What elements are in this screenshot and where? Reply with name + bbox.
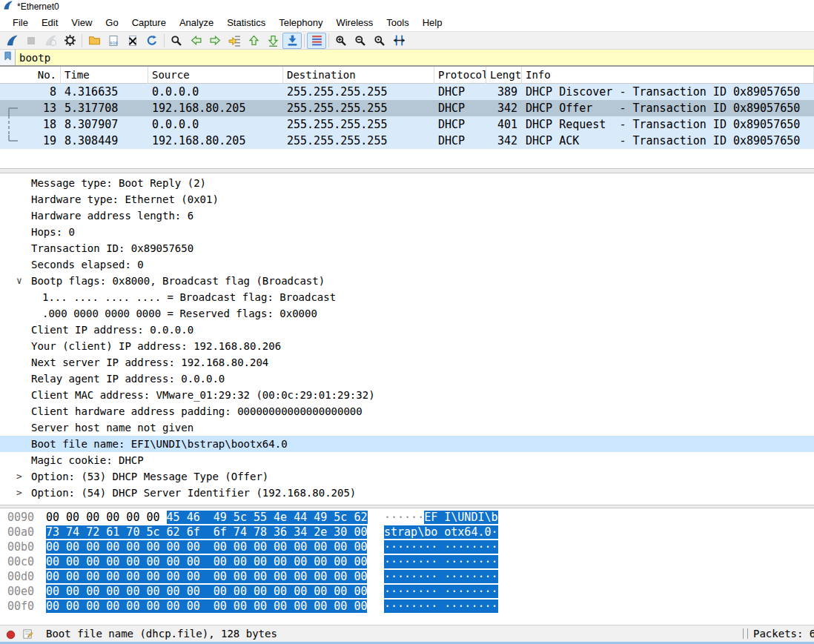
hex-row-00b0[interactable]: 00b000 00 00 00 00 00 00 00 00 00 00 00 … bbox=[0, 540, 814, 554]
hex-bytes[interactable]: 00 00 00 00 00 00 00 00 00 00 00 00 00 0… bbox=[46, 599, 367, 614]
go-last-packet-button[interactable] bbox=[263, 33, 282, 49]
cell-dst: 255.255.255.255 bbox=[283, 84, 434, 100]
menu-wireless[interactable]: Wireless bbox=[329, 15, 380, 30]
go-forward-button[interactable] bbox=[205, 33, 225, 49]
detail-line[interactable]: >Option: (53) DHCP Message Type (Offer) bbox=[0, 468, 814, 485]
hex-row-00f0[interactable]: 00f000 00 00 00 00 00 00 00 00 00 00 00 … bbox=[0, 599, 814, 614]
hex-row-00a0[interactable]: 00a073 74 72 61 70 5c 62 6f 6f 74 78 36 … bbox=[0, 525, 814, 540]
detail-line[interactable]: Transaction ID: 0x89057650 bbox=[0, 240, 814, 256]
hex-bytes[interactable]: 00 00 00 00 00 00 00 00 00 00 00 00 00 0… bbox=[46, 569, 367, 584]
restart-capture-button[interactable] bbox=[41, 33, 60, 49]
zoom-reset-button[interactable] bbox=[370, 33, 389, 49]
detail-line[interactable]: Magic cookie: DHCP bbox=[0, 452, 814, 468]
menu-view[interactable]: View bbox=[64, 15, 99, 30]
detail-line[interactable]: Next server IP address: 192.168.80.204 bbox=[0, 354, 814, 371]
capture-comment-icon[interactable] bbox=[22, 628, 33, 643]
go-first-packet-button[interactable] bbox=[244, 33, 263, 49]
expander-open-icon[interactable]: ∨ bbox=[16, 273, 27, 289]
detail-line[interactable]: Client hardware address padding: 0000000… bbox=[0, 403, 814, 419]
resize-columns-button[interactable] bbox=[389, 33, 408, 49]
menu-analyze[interactable]: Analyze bbox=[173, 15, 220, 30]
menu-capture[interactable]: Capture bbox=[125, 15, 173, 30]
detail-line[interactable]: Boot file name: EFI\UNDI\bstrap\bootx64.… bbox=[0, 436, 814, 452]
stop-capture-button[interactable] bbox=[21, 33, 41, 49]
reload-file-button[interactable] bbox=[142, 33, 162, 49]
hex-bytes[interactable]: 00 00 00 00 00 00 00 00 00 00 00 00 00 0… bbox=[46, 554, 367, 569]
menu-tools[interactable]: Tools bbox=[380, 15, 415, 30]
hex-row-00e0[interactable]: 00e000 00 00 00 00 00 00 00 00 00 00 00 … bbox=[0, 584, 814, 599]
start-capture-button[interactable] bbox=[2, 33, 21, 49]
detail-line[interactable]: Server host name not given bbox=[0, 419, 814, 436]
menu-file[interactable]: File bbox=[6, 15, 35, 30]
zoom-in-button[interactable] bbox=[331, 33, 351, 49]
hex-row-0090[interactable]: 009000 00 00 00 00 00 45 46 49 5c 55 4e … bbox=[0, 510, 814, 525]
detail-line[interactable]: >Option: (54) DHCP Server Identifier (19… bbox=[0, 485, 814, 501]
colorize-packets-button[interactable] bbox=[307, 33, 326, 49]
packet-row-8[interactable]: 84.3166350.0.0.0255.255.255.255DHCP389DH… bbox=[0, 84, 814, 100]
save-file-button[interactable]: 010 bbox=[104, 33, 123, 49]
hex-ascii[interactable]: ········ ········ bbox=[384, 569, 498, 584]
detail-line[interactable]: Client MAC address: VMware_01:29:32 (00:… bbox=[0, 387, 814, 403]
hex-ascii[interactable]: ········ ········ bbox=[384, 540, 498, 554]
hex-ascii-selected: ········ ········ bbox=[384, 600, 498, 613]
detail-text: Message type: Boot Reply (2) bbox=[31, 177, 206, 189]
hex-ascii-selected: ········ ········ bbox=[384, 555, 498, 568]
column-header-protocol[interactable]: Protocol bbox=[434, 67, 486, 84]
display-filter-input[interactable]: bootp bbox=[16, 50, 814, 65]
hex-ascii[interactable]: ······EF I\UNDI\b bbox=[384, 510, 498, 525]
detail-line[interactable]: Hops: 0 bbox=[0, 224, 814, 240]
expert-info-icon[interactable] bbox=[6, 629, 16, 643]
find-packet-button[interactable] bbox=[167, 33, 186, 49]
cell-info: DHCP Request - Transaction ID 0x89057650 bbox=[522, 116, 814, 133]
menu-statistics[interactable]: Statistics bbox=[220, 15, 272, 30]
packet-row-18[interactable]: 188.3079070.0.0.0255.255.255.255DHCP401D… bbox=[0, 116, 814, 133]
menu-go[interactable]: Go bbox=[99, 15, 125, 30]
capture-options-button[interactable] bbox=[60, 33, 79, 49]
hex-row-00d0[interactable]: 00d000 00 00 00 00 00 00 00 00 00 00 00 … bbox=[0, 569, 814, 584]
detail-text: Hardware address length: 6 bbox=[31, 210, 193, 222]
detail-line[interactable]: Hardware type: Ethernet (0x01) bbox=[0, 191, 814, 208]
filter-bookmark-button[interactable] bbox=[0, 50, 16, 65]
pane-splitter[interactable] bbox=[0, 168, 814, 173]
hex-ascii[interactable]: ········ ········ bbox=[384, 554, 498, 569]
column-header-length[interactable]: Length bbox=[486, 67, 522, 84]
hex-bytes[interactable]: 00 00 00 00 00 00 45 46 49 5c 55 4e 44 4… bbox=[46, 510, 368, 525]
hex-row-00c0[interactable]: 00c000 00 00 00 00 00 00 00 00 00 00 00 … bbox=[0, 554, 814, 569]
column-header-time[interactable]: Time bbox=[61, 67, 148, 84]
detail-line[interactable]: Your (client) IP address: 192.168.80.206 bbox=[0, 338, 814, 354]
column-header-source[interactable]: Source bbox=[148, 67, 283, 84]
expander-closed-icon[interactable]: > bbox=[16, 485, 27, 501]
detail-line[interactable]: Message type: Boot Reply (2) bbox=[0, 175, 814, 191]
hex-bytes[interactable]: 73 74 72 61 70 5c 62 6f 6f 74 78 36 34 2… bbox=[46, 525, 367, 540]
column-header-info[interactable]: Info bbox=[522, 67, 814, 84]
menu-telephony[interactable]: Telephony bbox=[272, 15, 329, 30]
hex-bytes[interactable]: 00 00 00 00 00 00 00 00 00 00 00 00 00 0… bbox=[46, 584, 367, 599]
zoom-out-button[interactable] bbox=[351, 33, 370, 49]
hex-bytes[interactable]: 00 00 00 00 00 00 00 00 00 00 00 00 00 0… bbox=[46, 540, 367, 554]
detail-line[interactable]: ∨Bootp flags: 0x8000, Broadcast flag (Br… bbox=[0, 273, 814, 289]
detail-line[interactable]: Relay agent IP address: 0.0.0.0 bbox=[0, 371, 814, 387]
column-header-no[interactable]: No. bbox=[0, 67, 61, 84]
statusbar-grip[interactable] bbox=[743, 628, 748, 639]
expander-closed-icon[interactable]: > bbox=[16, 468, 27, 485]
hex-ascii[interactable]: ········ ········ bbox=[384, 599, 498, 614]
column-header-destination[interactable]: Destination bbox=[283, 67, 434, 84]
packet-row-13[interactable]: 135.317708192.168.80.205255.255.255.255D… bbox=[0, 100, 814, 116]
cell-no: 18 bbox=[0, 116, 61, 133]
menu-help[interactable]: Help bbox=[416, 15, 449, 30]
menu-edit[interactable]: Edit bbox=[35, 15, 64, 30]
cell-src: 0.0.0.0 bbox=[148, 84, 283, 100]
hex-ascii[interactable]: strap\bo otx64.0· bbox=[384, 525, 498, 540]
hex-ascii[interactable]: ········ ········ bbox=[384, 584, 498, 599]
detail-line[interactable]: 1... .... .... .... = Broadcast flag: Br… bbox=[0, 289, 814, 305]
detail-line[interactable]: .000 0000 0000 0000 = Reserved flags: 0x… bbox=[0, 305, 814, 322]
go-back-button[interactable] bbox=[186, 33, 205, 49]
packet-row-19[interactable]: 198.308449192.168.80.205255.255.255.255D… bbox=[0, 133, 814, 149]
detail-line[interactable]: Client IP address: 0.0.0.0 bbox=[0, 322, 814, 338]
close-file-button[interactable] bbox=[123, 33, 142, 49]
go-to-packet-button[interactable] bbox=[225, 33, 244, 49]
auto-scroll-button[interactable] bbox=[282, 33, 302, 49]
open-file-button[interactable] bbox=[85, 33, 104, 49]
detail-line[interactable]: Seconds elapsed: 0 bbox=[0, 256, 814, 273]
detail-line[interactable]: Hardware address length: 6 bbox=[0, 208, 814, 224]
